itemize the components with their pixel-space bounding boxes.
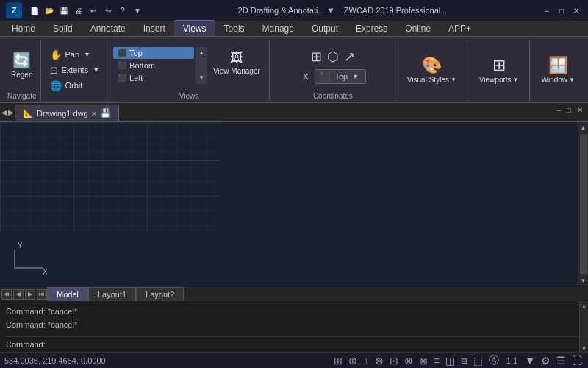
tab-express[interactable]: Express: [347, 21, 396, 36]
viewports-group: ⊞ Viewports ▼: [469, 40, 530, 102]
layout-nav-prev[interactable]: ◀: [13, 289, 24, 300]
tab-manage[interactable]: Manage: [254, 21, 303, 36]
snap-status-icon[interactable]: ⊕: [347, 355, 359, 367]
doc-tab-close[interactable]: ✕: [91, 110, 97, 118]
coord-dropdown-arrow[interactable]: ▼: [352, 73, 359, 80]
grid-status-icon[interactable]: ⊞: [332, 355, 344, 367]
coord-current: Top: [335, 72, 348, 81]
print-icon[interactable]: 🖨: [72, 4, 85, 17]
doc-nav-left[interactable]: ◀: [1, 108, 7, 116]
pan-button[interactable]: ✋ Pan ▼: [47, 48, 102, 62]
coord-icon-1[interactable]: ⊞: [309, 47, 323, 66]
tab-solid[interactable]: Solid: [44, 21, 82, 36]
model-status-icon[interactable]: ⧈: [459, 354, 469, 367]
view-left-icon: ⬛: [118, 74, 126, 82]
layout-nav-first[interactable]: ⏮: [1, 289, 12, 300]
maximize-button[interactable]: □: [556, 4, 567, 16]
scroll-up-button[interactable]: ▲: [578, 122, 589, 132]
tab-app-plus[interactable]: APP+: [440, 21, 480, 36]
viewports-content: ⊞ Viewports ▼: [473, 40, 525, 100]
ortho-status-icon[interactable]: ⟂: [362, 355, 370, 367]
gear-icon[interactable]: ⚙: [539, 355, 552, 367]
scale-dropdown[interactable]: ▼: [523, 355, 537, 367]
coord-icon-2[interactable]: ⬡: [326, 47, 340, 66]
visual-styles-group: 🎨 Visual Styles ▼: [397, 40, 467, 102]
extents-dropdown[interactable]: ▼: [93, 66, 99, 74]
tab-home[interactable]: Home: [3, 21, 44, 36]
tab-online[interactable]: Online: [396, 21, 440, 36]
document-tab-drawing1[interactable]: 📐 Drawing1.dwg ✕ 💾: [15, 105, 119, 121]
layout-nav-next[interactable]: ▶: [25, 289, 35, 300]
viewports-button[interactable]: ⊞ Viewports ▼: [473, 54, 525, 86]
layout-tab-layout1[interactable]: Layout1: [88, 287, 136, 301]
view-top[interactable]: ⬛ Top: [113, 47, 194, 59]
command-line-2: Command: *cancel*: [6, 319, 582, 332]
coord-icon-3[interactable]: ↗: [343, 47, 356, 66]
svg-text:X: X: [43, 268, 48, 275]
osnap-status-icon[interactable]: ⊡: [388, 355, 400, 367]
orbit-button[interactable]: 🌐 Orbit: [47, 79, 102, 93]
scroll-thumb[interactable]: [580, 134, 587, 274]
layout-tab-model[interactable]: Model: [47, 287, 88, 301]
tab-output[interactable]: Output: [303, 21, 347, 36]
window-button[interactable]: 🪟 Window ▼: [536, 54, 581, 86]
scroll-down-button[interactable]: ▼: [578, 275, 589, 286]
window-arrow[interactable]: ▼: [569, 77, 575, 83]
drawing-area[interactable]: Y X ▲ ▼: [0, 122, 588, 286]
visual-styles-button[interactable]: 🎨 Visual Styles ▼: [401, 54, 462, 86]
extents-button[interactable]: ⊡ Extents ▼: [47, 63, 102, 77]
new-icon[interactable]: 📄: [28, 4, 41, 17]
regen-button[interactable]: 🔄 Regen: [7, 49, 36, 81]
dropdown-icon[interactable]: ▼: [131, 4, 144, 17]
coord-icon-small: ⬛: [320, 71, 331, 82]
layout-nav-last[interactable]: ⏭: [37, 289, 47, 300]
doc-nav-right[interactable]: ▶: [8, 108, 14, 116]
doc-nav-arrows: ◀ ▶: [1, 103, 14, 121]
inner-maximize[interactable]: □: [564, 106, 573, 114]
view-left[interactable]: ⬛ Left: [113, 72, 194, 84]
dynamic-status-icon[interactable]: ⊠: [417, 355, 429, 367]
polar-status-icon[interactable]: ⊛: [373, 355, 385, 367]
tab-annotate[interactable]: Annotate: [82, 21, 135, 36]
visual-styles-arrow[interactable]: ▼: [451, 77, 456, 83]
fullscreen-icon[interactable]: ⛶: [570, 355, 584, 367]
vertical-scrollbar[interactable]: ▲ ▼: [578, 122, 588, 286]
scroll-up-arrow[interactable]: ▲: [196, 48, 207, 58]
annotate-status-icon[interactable]: Ⓐ: [487, 354, 501, 367]
doc-tab-save-icon[interactable]: 💾: [100, 108, 111, 118]
minimize-button[interactable]: –: [541, 4, 553, 16]
view-manager-button[interactable]: 🖼 View Manager: [209, 47, 265, 84]
layout-tab-layout2[interactable]: Layout2: [136, 287, 184, 301]
settings-icon[interactable]: ☰: [555, 355, 567, 367]
tab-tools[interactable]: Tools: [215, 21, 254, 36]
lineweight-status-icon[interactable]: ≡: [432, 355, 441, 367]
tab-views[interactable]: Views: [174, 20, 215, 36]
selection-status-icon[interactable]: ⬚: [472, 355, 484, 367]
svg-rect-1: [0, 122, 220, 233]
redo-icon[interactable]: ↪: [101, 4, 115, 17]
views-group: ⬛ Top ⬛ Bottom ⬛ Left ▲: [109, 40, 270, 102]
viewports-arrow[interactable]: ▼: [513, 77, 519, 83]
view-manager-label: View Manager: [213, 67, 260, 75]
scroll-down-arrow[interactable]: ▼: [196, 73, 207, 83]
help-icon[interactable]: ?: [116, 4, 129, 17]
scale-display[interactable]: 1:1: [503, 356, 520, 365]
pan-dropdown[interactable]: ▼: [84, 51, 90, 58]
tab-insert[interactable]: Insert: [135, 21, 174, 36]
cmd-scroll-down[interactable]: ▼: [581, 344, 588, 352]
coord-x-button[interactable]: X: [300, 71, 311, 82]
save-icon[interactable]: 💾: [57, 4, 71, 17]
cmd-scroll-up[interactable]: ▲: [581, 302, 588, 310]
command-input[interactable]: [49, 340, 582, 349]
doc-tab-name: Drawing1.dwg: [37, 109, 88, 118]
inner-close[interactable]: ✕: [575, 106, 585, 114]
inner-minimize[interactable]: –: [554, 106, 563, 114]
command-scrollbar[interactable]: ▲ ▼: [579, 302, 588, 352]
close-button[interactable]: ✕: [570, 4, 582, 16]
otrack-status-icon[interactable]: ⊗: [403, 355, 415, 367]
coord-dropdown[interactable]: ⬛ Top ▼: [315, 69, 366, 84]
open-icon[interactable]: 📂: [43, 4, 56, 17]
view-bottom[interactable]: ⬛ Bottom: [113, 60, 194, 71]
transparency-status-icon[interactable]: ◫: [444, 355, 456, 367]
undo-icon[interactable]: ↩: [87, 4, 100, 17]
